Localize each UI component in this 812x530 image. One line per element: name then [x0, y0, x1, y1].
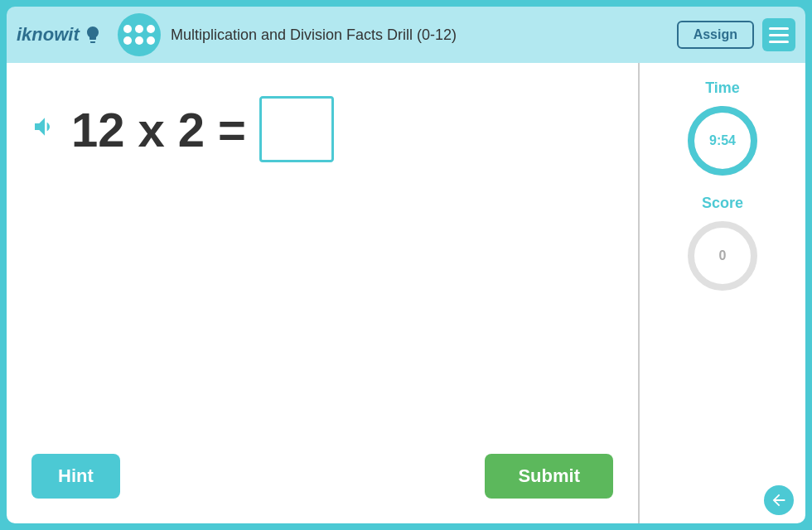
main-content: 12 x 2 = Hint Submit Time — [7, 63, 805, 523]
hamburger-line — [769, 27, 789, 30]
bottom-buttons: Hint Submit — [23, 446, 621, 507]
back-arrow-icon — [770, 491, 788, 509]
time-circle: 9:54 — [685, 104, 760, 178]
menu-button[interactable] — [762, 18, 795, 51]
operand1: 12 — [71, 102, 125, 157]
dot — [135, 36, 143, 45]
equals: = — [218, 102, 246, 157]
answer-input[interactable] — [259, 96, 334, 162]
dot — [147, 25, 155, 33]
right-panel: Time 9:54 Score 0 — [640, 63, 805, 523]
dot — [147, 36, 155, 45]
time-label: Time — [705, 80, 740, 97]
score-value: 0 — [719, 248, 727, 263]
hamburger-line — [769, 34, 789, 36]
score-section: Score 0 — [685, 195, 760, 293]
score-circle: 0 — [685, 219, 760, 293]
app-frame: iknowit Multiplication and Division Fact… — [0, 0, 812, 530]
time-value: 9:54 — [709, 133, 736, 148]
time-section: Time 9:54 — [685, 80, 760, 178]
header-right: Assign — [677, 18, 795, 51]
speaker-icon[interactable] — [31, 113, 58, 146]
question-area: 12 x 2 = — [23, 80, 621, 179]
header: iknowit Multiplication and Division Fact… — [7, 7, 805, 63]
score-label: Score — [702, 195, 743, 212]
submit-button[interactable]: Submit — [485, 454, 613, 499]
dot — [135, 25, 143, 33]
dot — [123, 25, 132, 33]
activity-title: Multiplication and Division Facts Drill … — [171, 26, 667, 44]
assign-button[interactable]: Assign — [677, 21, 754, 49]
question-text: 12 x 2 = — [71, 96, 334, 162]
hint-button[interactable]: Hint — [31, 454, 120, 499]
dot — [123, 36, 132, 45]
hamburger-line — [769, 41, 789, 43]
dots-grid — [123, 25, 155, 45]
logo-area: iknowit — [17, 24, 108, 46]
operator: x — [138, 102, 165, 157]
back-button[interactable] — [764, 485, 794, 515]
activity-icon — [118, 13, 161, 56]
bulb-icon — [83, 25, 103, 45]
operand2: 2 — [178, 102, 205, 157]
logo-text: iknowit — [17, 24, 80, 46]
left-panel: 12 x 2 = Hint Submit — [7, 63, 640, 523]
